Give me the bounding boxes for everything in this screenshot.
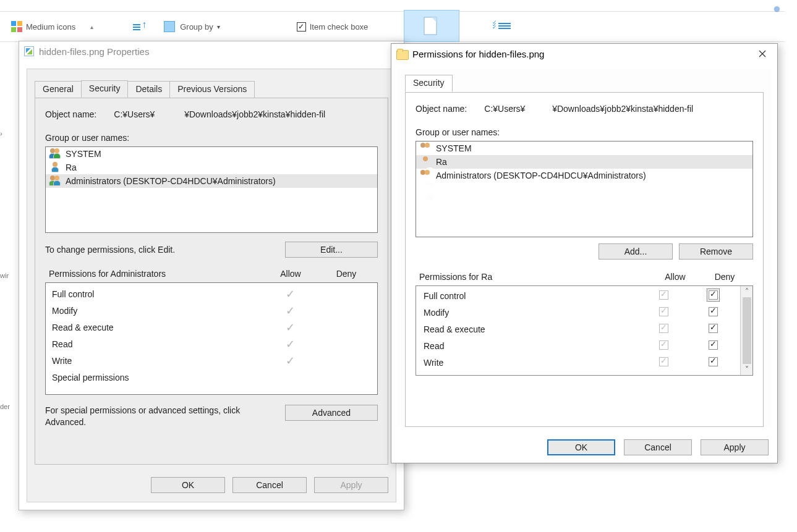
- scroll-down-icon[interactable]: ˅: [745, 365, 749, 374]
- folder-icon: [396, 49, 407, 59]
- check-icon: ✓: [286, 288, 295, 300]
- permissions-footer-buttons: OK Cancel Apply: [547, 439, 769, 455]
- user-item-label: SYSTEM: [66, 149, 101, 159]
- properties-footer-buttons: OK Cancel Apply: [151, 477, 388, 493]
- permissions-dialog: Permissions for hidden-files.png Securit…: [391, 43, 778, 463]
- col-deny: Deny: [700, 272, 749, 282]
- close-button[interactable]: [752, 46, 772, 61]
- ribbon-options[interactable]: [474, 10, 530, 42]
- ribbon-group-by-label: Group by: [180, 22, 213, 32]
- scroll-thumb[interactable]: [743, 297, 751, 364]
- remove-button[interactable]: Remove: [679, 243, 753, 260]
- perm-row: Special permissions✓✓: [49, 369, 373, 386]
- properties-title: hidden-files.png Properties: [39, 46, 149, 57]
- cancel-button[interactable]: Cancel: [232, 477, 307, 493]
- allow-checkbox[interactable]: [659, 307, 668, 316]
- user-item-ra[interactable]: Ra: [416, 155, 752, 169]
- tab-security[interactable]: Security: [81, 80, 129, 98]
- ribbon-item-checkboxes[interactable]: ✓ Item check boxe: [297, 22, 369, 32]
- perm-row: Write✓✓: [49, 352, 373, 369]
- user-item-label: SYSTEM: [436, 143, 472, 153]
- tab-previous-versions[interactable]: Previous Versions: [169, 81, 255, 98]
- permissions-title: Permissions for hidden-files.png: [412, 49, 544, 59]
- user-item-system[interactable]: SYSTEM: [416, 141, 752, 155]
- permissions-security-panel: Object name: C:¥Users¥ ¥Downloads¥jobb2¥…: [405, 92, 764, 427]
- user-item-system[interactable]: SYSTEM: [46, 147, 377, 161]
- document-icon: [420, 15, 443, 37]
- dropdown-arrow-icon[interactable]: ▴: [90, 23, 93, 30]
- deny-checkbox[interactable]: [709, 290, 718, 300]
- edit-hint: To change permissions, click Edit.: [45, 245, 175, 255]
- users-listbox[interactable]: SYSTEM Ra Administrators (DESKTOP-CD4HDC…: [416, 141, 753, 237]
- allow-checkbox[interactable]: [659, 340, 668, 350]
- perm-row: Modify✓✓: [49, 302, 373, 319]
- scroll-up-icon[interactable]: ˄: [745, 287, 749, 296]
- users-group-icon: [49, 175, 62, 187]
- tab-security[interactable]: Security: [405, 75, 453, 92]
- perm-row: Full control: [421, 287, 738, 304]
- perm-row: Read & execute✓✓: [49, 319, 373, 336]
- properties-tabs: General Security Details Previous Versio…: [35, 80, 254, 98]
- user-item-label: Administrators (DESKTOP-CD4HDCU¥Administ…: [66, 176, 276, 186]
- perm-row: Full control✓✓: [49, 285, 373, 302]
- deny-checkbox[interactable]: [709, 307, 718, 316]
- tab-general[interactable]: General: [35, 81, 82, 98]
- advanced-hint: For special permissions or advanced sett…: [45, 405, 249, 428]
- user-item-administrators[interactable]: Administrators (DESKTOP-CD4HDCU¥Administ…: [46, 174, 377, 188]
- check-icon: ✓: [286, 338, 295, 350]
- properties-dialog: hidden-files.png Properties General Secu…: [19, 41, 404, 510]
- permissions-columns: Permissions for Administrators Allow Den…: [45, 269, 378, 279]
- checkbox-checked-icon[interactable]: ✓: [297, 22, 306, 32]
- edit-button[interactable]: Edit...: [285, 242, 378, 258]
- nav-forward-icon[interactable]: ›: [0, 130, 2, 137]
- apply-button[interactable]: Apply: [314, 477, 388, 493]
- object-name-value: C:¥Users¥ ¥Downloads¥jobb2¥kinsta¥hidden…: [114, 109, 325, 119]
- col-deny: Deny: [318, 269, 374, 279]
- apply-button[interactable]: Apply: [701, 439, 769, 455]
- allow-checkbox[interactable]: [659, 290, 668, 300]
- properties-titlebar[interactable]: hidden-files.png Properties: [19, 41, 404, 61]
- advanced-button[interactable]: Advanced: [285, 405, 378, 421]
- bg-text: der: [0, 403, 19, 410]
- ribbon-item-checkboxes-label: Item check boxe: [310, 22, 369, 32]
- object-name-value: C:¥Users¥ ¥Downloads¥jobb2¥kinsta¥hidden…: [484, 104, 693, 114]
- help-icon[interactable]: ●: [773, 1, 781, 17]
- user-item-administrators[interactable]: Administrators (DESKTOP-CD4HDCU¥Administ…: [416, 169, 752, 182]
- allow-checkbox[interactable]: [659, 357, 668, 366]
- user-item-label: Ra: [436, 157, 447, 167]
- allow-checkbox[interactable]: [659, 324, 668, 333]
- permissions-header: Permissions for Ra: [419, 272, 650, 282]
- ribbon-sort[interactable]: ↑: [133, 20, 149, 33]
- cancel-button[interactable]: Cancel: [624, 439, 692, 455]
- permissions-list: Full control Modify Read & execute: [416, 285, 753, 376]
- users-listbox[interactable]: SYSTEM Ra Administrators (DESKTOP-CD4HDC…: [45, 146, 378, 233]
- image-file-icon: [24, 46, 34, 56]
- perm-row: Read & execute: [421, 321, 738, 337]
- deny-checkbox[interactable]: [709, 357, 718, 366]
- bg-text: wir: [0, 272, 19, 279]
- permissions-titlebar[interactable]: Permissions for hidden-files.png: [391, 44, 777, 64]
- ribbon-hide-selected[interactable]: [404, 10, 459, 42]
- properties-security-panel: Object name: C:¥Users¥ ¥Downloads¥jobb2¥…: [35, 98, 388, 465]
- ribbon-view-mode[interactable]: Medium icons ▴: [11, 21, 93, 32]
- col-allow: Allow: [650, 272, 700, 282]
- deny-checkbox[interactable]: [709, 324, 718, 333]
- object-name-label: Object name:: [45, 109, 96, 119]
- checklist-icon: [498, 23, 511, 29]
- permissions-columns: Permissions for Ra Allow Deny: [416, 272, 753, 282]
- scrollbar[interactable]: ˄ ˅: [740, 286, 752, 375]
- user-item-ra[interactable]: Ra: [46, 161, 377, 174]
- explorer-ribbon: ● Medium icons ▴ ↑ Group by ✓ Item check…: [0, 11, 785, 42]
- background-obscured: wir der: [0, 154, 19, 447]
- add-button[interactable]: Add...: [599, 243, 673, 260]
- deny-checkbox[interactable]: [709, 340, 718, 350]
- permissions-header: Permissions for Administrators: [49, 269, 263, 279]
- ok-button[interactable]: OK: [151, 477, 225, 493]
- ribbon-view-mode-label: Medium icons: [26, 22, 75, 32]
- user-item-label: Ra: [66, 163, 77, 172]
- tab-details[interactable]: Details: [127, 81, 170, 98]
- ok-button[interactable]: OK: [547, 439, 615, 455]
- object-name-label: Object name:: [416, 104, 467, 114]
- ribbon-group-by[interactable]: Group by: [164, 21, 219, 32]
- check-icon: ✓: [286, 321, 295, 334]
